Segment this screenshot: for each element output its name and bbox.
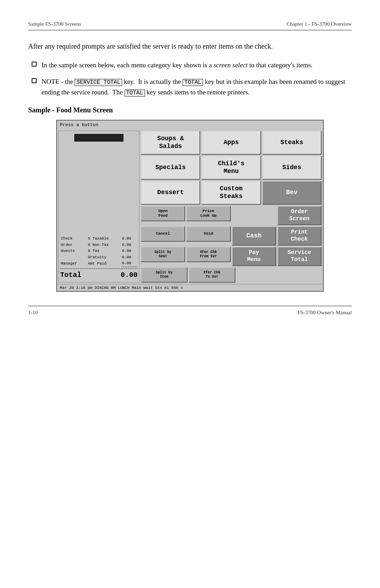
custom-steaks-button[interactable]: Custom Steaks [201, 181, 261, 205]
grid-row-4: Open Food Price Look Up Order Screen [141, 206, 322, 225]
header-left: Sample FS-3700 Screens [28, 21, 81, 27]
grid-row-1: Soups & Salads Apps Steaks [141, 131, 322, 155]
pos-info-table: Check 5 Taxable 0.00 Order 0 Non-Tax 0.0… [60, 236, 138, 267]
empty-space-bottom [236, 267, 322, 283]
taxable-label: 5 Taxable [87, 236, 121, 242]
page-footer: 1-10 FS-3700 Owner's Manual [28, 306, 352, 316]
table-row: Manager Amt Paid 0.00 [60, 260, 138, 267]
table-row: Order 0 Non-Tax 0.00 [60, 242, 138, 248]
pos-total-row: Total 0.00 [60, 268, 138, 281]
tax-label: 0 Tax [87, 248, 121, 254]
price-lookup-button[interactable]: Price Look Up [186, 206, 230, 221]
childs-menu-button[interactable]: Child's Menu [201, 156, 261, 180]
italic-screen-select: screen select [214, 61, 248, 69]
sides-button[interactable]: Sides [262, 156, 322, 180]
split-by-item-button[interactable]: Split by Item [141, 267, 188, 283]
table-row: Gratuity 0.00 [60, 254, 138, 261]
pos-main-area: Check 5 Taxable 0.00 Order 0 Non-Tax 0.0… [57, 129, 323, 284]
empty-cell [60, 254, 87, 261]
pos-left-panel: Check 5 Taxable 0.00 Order 0 Non-Tax 0.0… [58, 131, 139, 283]
section-heading: Sample - Food Menu Screen [28, 106, 352, 114]
grid-row-6: Split by Seat XFer Chk From Svr Pay Menu… [141, 247, 322, 266]
pos-inner: Press a button Check 5 Taxable 0.00 [57, 120, 323, 291]
amtpaid-value: 0.00 [121, 260, 138, 267]
header-right: Chapter 1 - FS-3700 Overview [286, 21, 352, 27]
total-label: Total [60, 270, 81, 281]
specials-button[interactable]: Specials [141, 156, 200, 180]
gratuity-label: Gratuity [87, 254, 121, 261]
table-row: Guests 0 Tax 0.00 [60, 248, 138, 254]
gratuity-value: 0.00 [121, 254, 138, 261]
guests-label: Guests [60, 248, 87, 254]
service-total-kbd: SERVICE TOTAL [75, 79, 122, 86]
bullet-square-2 [32, 78, 37, 83]
grid-row-3: Dessert Custom Steaks Bev [141, 181, 322, 205]
pos-top-bar: Press a button [57, 120, 323, 129]
cancel-button[interactable]: Cancel [141, 226, 185, 242]
xfer-chk-from-svr-button[interactable]: XFer Chk From Svr [186, 247, 230, 262]
grid-row-5: Cancel Void Cash Print Check [141, 226, 322, 246]
total-value: 0.00 [121, 270, 138, 281]
soups-salads-button[interactable]: Soups & Salads [141, 131, 200, 155]
grid-row-7: Split by Item Xfer Chk To Svr [141, 267, 322, 283]
bullet-item-1: In the sample screen below, each menu ca… [32, 60, 352, 70]
print-check-button[interactable]: Print Check [277, 226, 322, 246]
pos-left-footer: Check 5 Taxable 0.00 Order 0 Non-Tax 0.0… [60, 236, 138, 281]
bullet-list: In the sample screen below, each menu ca… [28, 60, 352, 98]
split-by-seat-button[interactable]: Split by Seat [141, 247, 185, 262]
table-row: Check 5 Taxable 0.00 [60, 236, 138, 242]
bullet-text-2: NOTE - the SERVICE TOTAL key. It is actu… [42, 76, 352, 98]
taxable-value: 0.00 [121, 236, 138, 242]
pay-menu-button[interactable]: Pay Menu [232, 247, 276, 266]
open-food-button[interactable]: Open Food [141, 206, 185, 221]
bullet-item-2: NOTE - the SERVICE TOTAL key. It is actu… [32, 76, 352, 98]
empty-gray-1 [232, 206, 276, 221]
total-kbd-2: TOTAL [125, 89, 145, 97]
service-total-button[interactable]: Service Total [277, 247, 322, 266]
order-label: Order [60, 242, 87, 248]
dessert-button[interactable]: Dessert [141, 181, 200, 205]
nontax-value: 0.00 [121, 242, 138, 248]
nontax-label: 0 Non-Tax [87, 242, 121, 248]
grid-row-2: Specials Child's Menu Sides [141, 156, 322, 180]
tax-value: 0.00 [121, 248, 138, 254]
press-a-button-label: Press a button [60, 122, 98, 128]
xfer-chk-to-svr-button[interactable]: Xfer Chk To Svr [189, 267, 235, 283]
pos-right-panel: Soups & Salads Apps Steaks Specials Chil… [141, 131, 322, 283]
cash-button[interactable]: Cash [232, 226, 276, 246]
page: Sample FS-3700 Screens Chapter 1 - FS-37… [0, 0, 380, 588]
bottom-bar-text: Mar 20 3:10 pm DINING RM LUNCH Main Wait… [60, 285, 183, 290]
apps-button[interactable]: Apps [201, 131, 261, 155]
pos-black-bar [74, 134, 124, 142]
manager-label: Manager [60, 260, 87, 267]
check-label: Check [60, 236, 87, 242]
bullet-square-1 [32, 62, 37, 67]
pos-screen: Press a button Check 5 Taxable 0.00 [56, 120, 324, 292]
page-header: Sample FS-3700 Screens Chapter 1 - FS-37… [28, 21, 352, 30]
pos-left-spacer [60, 145, 138, 236]
void-button[interactable]: Void [186, 226, 230, 242]
amtpaid-label: Amt Paid [87, 260, 121, 267]
bullet-text-1: In the sample screen below, each menu ca… [42, 60, 352, 70]
intro-paragraph: After any required prompts are satisfied… [28, 41, 352, 51]
total-kbd: TOTAL [183, 79, 203, 86]
steaks-button[interactable]: Steaks [262, 131, 322, 155]
pos-bottom-bar: Mar 20 3:10 pm DINING RM LUNCH Main Wait… [57, 284, 323, 291]
footer-left: 1-10 [28, 310, 38, 316]
bev-button[interactable]: Bev [262, 181, 322, 205]
footer-right: FS-3700 Owner's Manual [298, 310, 352, 316]
order-screen-button[interactable]: Order Screen [277, 206, 322, 225]
